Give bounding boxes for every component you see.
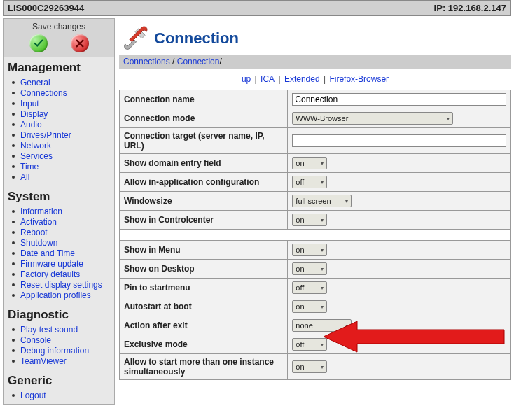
save-cancel-button[interactable] (71, 34, 89, 52)
viewport-scroll[interactable]: LIS000C29263944 IP: 192.168.2.147 Save c… (0, 0, 514, 420)
field-label: Exclusive mode (120, 335, 288, 354)
sidebar-link-audio[interactable]: Audio (20, 120, 42, 130)
sidebar-link-all[interactable]: All (20, 172, 29, 182)
chevron-down-icon: ▾ (321, 217, 324, 223)
sidebar-link-time[interactable]: Time (20, 162, 39, 172)
select-dropdown[interactable]: on▾ (292, 360, 327, 373)
field-label: Windowsize (120, 192, 288, 211)
sidebar-item-general: General (20, 78, 111, 88)
sidebar-link-debug-information[interactable]: Debug information (20, 346, 89, 356)
sidebar-link-play-test-sound[interactable]: Play test sound (20, 325, 78, 335)
sidebar-link-reboot[interactable]: Reboot (20, 227, 48, 237)
sidebar-link-drives-printer[interactable]: Drives/Printer (20, 130, 71, 140)
sublink-firefox[interactable]: Firefox-Browser (329, 74, 389, 84)
select-dropdown[interactable]: on▾ (292, 300, 327, 313)
sidebar-link-display[interactable]: Display (20, 109, 48, 119)
sidebar-link-logout[interactable]: Logout (20, 391, 46, 400)
sidebar-link-general[interactable]: General (20, 78, 50, 88)
hostname: LIS000C29263944 (8, 3, 84, 13)
sidebar-link-console[interactable]: Console (20, 335, 51, 345)
sidebar-link-reset-display-settings[interactable]: Reset display settings (20, 280, 102, 290)
breadcrumb: Connections / Connection/ (119, 55, 511, 69)
breadcrumb-connection[interactable]: Connection (177, 57, 220, 66)
chevron-down-icon: ▾ (321, 160, 324, 167)
select-dropdown[interactable]: off▾ (292, 281, 327, 294)
table-row: Windowsizefull screen▾ (120, 192, 511, 211)
table-row: Autostart at booton▾ (120, 298, 511, 316)
sidebar-link-connections[interactable]: Connections (20, 88, 67, 98)
select-value: WWW-Browser (296, 114, 348, 122)
select-dropdown[interactable]: on▾ (292, 244, 327, 256)
sidebar-item-services: Services (20, 151, 111, 162)
select-value: on (296, 159, 304, 167)
sidebar-link-teamviewer[interactable]: TeamViewer (20, 356, 67, 366)
sidebar-link-information[interactable]: Information (20, 206, 62, 216)
sidebar-link-network[interactable]: Network (20, 141, 51, 150)
sidebar-item-audio: Audio (20, 120, 111, 130)
chevron-down-icon: ▾ (321, 247, 324, 253)
select-value: off (296, 178, 304, 186)
form-spacer (120, 230, 511, 241)
text-input[interactable] (292, 134, 506, 147)
select-value: on (296, 216, 304, 224)
sidebar-link-firmware-update[interactable]: Firmware update (20, 259, 83, 269)
sidebar-link-activation[interactable]: Activation (20, 217, 57, 227)
select-dropdown[interactable]: off▾ (292, 176, 327, 188)
select-value: on (296, 265, 304, 273)
field-label: Show in Menu (120, 241, 288, 260)
sublink-sep3: | (320, 74, 330, 84)
select-dropdown[interactable]: on▾ (292, 157, 327, 169)
select-dropdown[interactable]: off▾ (292, 338, 327, 351)
nav-diagnostic: Diagnostic Play test soundConsoleDebug i… (4, 304, 114, 370)
field-value-cell: on▾ (288, 154, 511, 173)
sidebar-link-factory-defaults[interactable]: Factory defaults (20, 270, 80, 279)
table-row: Action after exitnone▾ (120, 316, 511, 335)
sidebar-link-services[interactable]: Services (20, 151, 53, 161)
x-icon (75, 38, 85, 48)
sidebar-link-shutdown[interactable]: Shutdown (20, 238, 57, 248)
field-value-cell: on▾ (288, 298, 511, 316)
nav-system: System InformationActivationRebootShutdo… (4, 186, 114, 304)
table-row: Show in Menuon▾ (120, 241, 511, 260)
sidebar-item-logout: Logout (20, 391, 111, 401)
sublink-extended[interactable]: Extended (284, 74, 320, 84)
field-value-cell: off▾ (288, 279, 511, 298)
select-dropdown[interactable]: full screen▾ (292, 195, 352, 207)
save-changes-label: Save changes (4, 22, 114, 31)
sidebar-item-activation: Activation (20, 217, 111, 227)
sublink-sep1: | (251, 74, 261, 84)
sidebar-item-connections: Connections (20, 88, 111, 99)
field-label: Action after exit (120, 316, 288, 335)
text-input[interactable] (292, 93, 506, 106)
breadcrumb-connections[interactable]: Connections (123, 57, 170, 66)
sublink-ica[interactable]: ICA (261, 74, 275, 84)
sublink-up[interactable]: up (242, 74, 251, 84)
select-dropdown[interactable]: on▾ (292, 262, 327, 275)
select-dropdown[interactable]: WWW-Browser▾ (292, 112, 453, 125)
field-label: Allow to start more than one instance si… (120, 354, 288, 380)
sidebar-link-input[interactable]: Input (20, 99, 39, 108)
field-value-cell: on▾ (288, 260, 511, 279)
save-ok-button[interactable] (29, 34, 48, 52)
sidebar-link-date-and-time[interactable]: Date and Time (20, 248, 75, 258)
select-dropdown[interactable]: on▾ (292, 214, 327, 226)
field-value-cell (288, 90, 511, 109)
breadcrumb-trail: / (219, 57, 221, 66)
nav-generic: Generic Logout (4, 370, 114, 404)
field-value-cell: on▾ (288, 241, 511, 260)
sidebar-item-application-profiles: Application profiles (20, 290, 111, 301)
sidebar-item-input: Input (20, 99, 111, 109)
sidebar-item-play-test-sound: Play test sound (20, 325, 111, 335)
select-value: on (296, 302, 304, 311)
sidebar-item-display: Display (20, 109, 111, 120)
chevron-down-icon: ▾ (345, 323, 348, 329)
sidebar-link-application-profiles[interactable]: Application profiles (20, 290, 91, 300)
field-label: Pin to startmenu (120, 279, 288, 298)
ip-label: IP: (434, 3, 446, 13)
sidebar-item-debug-information: Debug information (20, 346, 111, 356)
chevron-down-icon: ▾ (345, 198, 348, 204)
select-dropdown[interactable]: none▾ (292, 319, 352, 332)
nav-management-title: Management (4, 57, 114, 76)
save-changes-box: Save changes (4, 19, 114, 57)
top-bar: LIS000C29263944 IP: 192.168.2.147 (3, 0, 511, 16)
